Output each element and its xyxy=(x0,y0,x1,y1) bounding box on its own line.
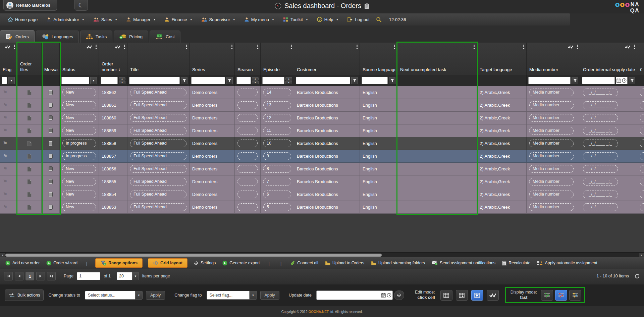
menu-item-sales[interactable]: Sales▼ xyxy=(89,17,122,22)
spin-down-button[interactable]: ▼ xyxy=(285,81,292,84)
cell-messages[interactable] xyxy=(42,150,60,163)
double-check-icon[interactable] xyxy=(115,45,121,49)
cell-supply_date[interactable]: _/_/____ _:_ xyxy=(580,188,637,201)
cell-order_files[interactable] xyxy=(17,86,42,99)
column-header-messages[interactable]: Messages xyxy=(42,43,60,75)
title-pill[interactable]: Full Speed Ahead xyxy=(130,127,186,135)
messages-icon[interactable] xyxy=(49,205,53,210)
edit-mode-confirm-button[interactable] xyxy=(487,290,499,301)
flag-filter-input[interactable] xyxy=(2,77,7,84)
episode-pill[interactable]: 12 xyxy=(263,114,291,122)
dark-mode-toggle[interactable]: ☾ xyxy=(74,0,88,11)
filter-number-input[interactable] xyxy=(262,77,284,84)
flag-icon[interactable]: ⚑ xyxy=(3,127,7,134)
cell-episode[interactable]: 13 xyxy=(261,99,294,112)
toolbar-upload-streaming-folders[interactable]: Upload streaming folders xyxy=(368,258,428,268)
season-pill[interactable] xyxy=(237,152,258,160)
season-pill[interactable] xyxy=(237,165,258,173)
column-header-overflow[interactable]: Or xyxy=(637,43,644,75)
filter-caret-button[interactable]: ▼ xyxy=(8,77,15,84)
filter-text-input[interactable] xyxy=(528,77,571,84)
cell-media_number[interactable]: Media number xyxy=(527,112,580,124)
cell-supply_date[interactable]: _/_/____ _:_ xyxy=(580,112,637,124)
column-header-target_language[interactable]: Target language xyxy=(477,43,527,75)
order-files-icon[interactable] xyxy=(27,192,32,197)
filter-funnel-button[interactable] xyxy=(572,77,578,84)
supply-date-pill[interactable]: _/_/____ _:_ xyxy=(583,140,618,147)
cell-title[interactable]: Full Speed Ahead xyxy=(127,99,190,112)
column-menu-icon[interactable] xyxy=(290,44,292,49)
flag-icon[interactable]: ⚑ xyxy=(3,204,7,210)
cell-order_files[interactable] xyxy=(17,112,42,124)
cell-overflow[interactable] xyxy=(637,112,644,124)
episode-pill[interactable]: 14 xyxy=(263,89,291,96)
page-size-select[interactable]: 20 ▼ xyxy=(117,272,139,280)
cell-supply_date[interactable]: _/_/____ _:_ xyxy=(580,163,637,175)
cell-messages[interactable] xyxy=(42,124,60,137)
episode-pill[interactable]: 8 xyxy=(263,165,291,173)
order-files-icon[interactable] xyxy=(27,103,32,108)
overflow-pill[interactable] xyxy=(640,89,644,96)
episode-pill[interactable]: 13 xyxy=(263,101,291,109)
messages-icon[interactable] xyxy=(49,166,53,171)
status-select-caret[interactable]: ▼ xyxy=(135,291,143,300)
toolbar-generate-export[interactable]: Generate export xyxy=(220,258,262,268)
tab-languages[interactable]: Languages xyxy=(36,31,79,43)
column-header-series[interactable]: Series xyxy=(190,43,235,75)
title-pill[interactable]: Full Speed Ahead xyxy=(130,114,186,122)
messages-icon[interactable] xyxy=(49,115,53,120)
media-number-pill[interactable]: Media number xyxy=(529,140,574,147)
cell-status[interactable]: New xyxy=(60,124,99,137)
order-files-icon[interactable] xyxy=(27,154,32,159)
title-pill[interactable]: Full Speed Ahead xyxy=(130,165,186,173)
menu-item-log-out[interactable]: Log out xyxy=(343,17,374,22)
cell-messages[interactable] xyxy=(42,188,60,201)
cell-title[interactable]: Full Speed Ahead xyxy=(127,150,190,163)
filter-number-input[interactable] xyxy=(236,77,251,84)
cell-supply_date[interactable]: _/_/____ _:_ xyxy=(580,175,637,188)
cell-supply_date[interactable]: _/_/____ _:_ xyxy=(580,150,637,163)
column-header-media_number[interactable]: Media number xyxy=(527,43,580,75)
cell-title[interactable]: Full Speed Ahead xyxy=(127,137,190,150)
scrollbar-thumb[interactable] xyxy=(5,254,382,257)
season-pill[interactable] xyxy=(237,203,258,211)
order-files-icon[interactable] xyxy=(27,128,32,134)
cell-episode[interactable]: 6 xyxy=(261,188,294,201)
cell-episode[interactable]: 7 xyxy=(261,175,294,188)
apply-status-button[interactable]: Apply xyxy=(146,291,165,300)
cell-status[interactable]: New xyxy=(60,86,99,99)
status-select[interactable]: Select status... ▼ xyxy=(85,291,143,300)
column-menu-icon[interactable] xyxy=(577,44,578,49)
cell-overflow[interactable] xyxy=(637,175,644,188)
toolbar-send-assignment-notifications[interactable]: Send assignment notifications xyxy=(429,258,498,268)
column-menu-icon[interactable] xyxy=(356,44,358,49)
clock-picker-icon[interactable] xyxy=(622,78,627,83)
double-check-icon[interactable] xyxy=(568,45,574,49)
filter-text-input[interactable] xyxy=(129,77,180,84)
order-row-188855[interactable]: ⚑New188855Full Speed AheadDemo orders7Ba… xyxy=(0,175,644,188)
status-pill[interactable]: New xyxy=(62,127,96,135)
media-number-pill[interactable]: Media number xyxy=(529,89,574,96)
clipboard-icon[interactable] xyxy=(364,3,369,9)
order-row-188861[interactable]: ⚑New188861Full Speed AheadDemo orders13B… xyxy=(0,99,644,112)
cell-flag[interactable]: ⚑ xyxy=(0,175,17,188)
column-menu-icon[interactable] xyxy=(231,44,233,49)
flag-icon[interactable]: ⚑ xyxy=(3,153,7,159)
cell-order_files[interactable] xyxy=(17,188,42,201)
update-date-input[interactable] xyxy=(316,290,380,300)
cell-messages[interactable] xyxy=(42,99,60,112)
column-header-supply_date[interactable]: Order internal supply date xyxy=(580,43,637,75)
title-pill[interactable]: Full Speed Ahead xyxy=(130,191,186,198)
cell-overflow[interactable] xyxy=(637,137,644,150)
flag-icon[interactable]: ⚑ xyxy=(3,140,7,147)
flag-icon[interactable]: ⚑ xyxy=(3,191,7,198)
order-row-188857[interactable]: ⚑In progress188857Full Speed AheadDemo o… xyxy=(0,150,644,163)
status-pill[interactable]: New xyxy=(62,178,96,186)
media-number-pill[interactable]: Media number xyxy=(529,127,574,135)
flag-icon[interactable]: ⚑ xyxy=(3,89,7,96)
cell-media_number[interactable]: Media number xyxy=(527,175,580,188)
menu-item-administrator[interactable]: Administrator▼ xyxy=(42,17,89,22)
page-size-caret[interactable]: ▼ xyxy=(132,272,139,280)
status-pill[interactable]: New xyxy=(62,89,96,96)
status-pill[interactable]: New xyxy=(62,191,96,198)
